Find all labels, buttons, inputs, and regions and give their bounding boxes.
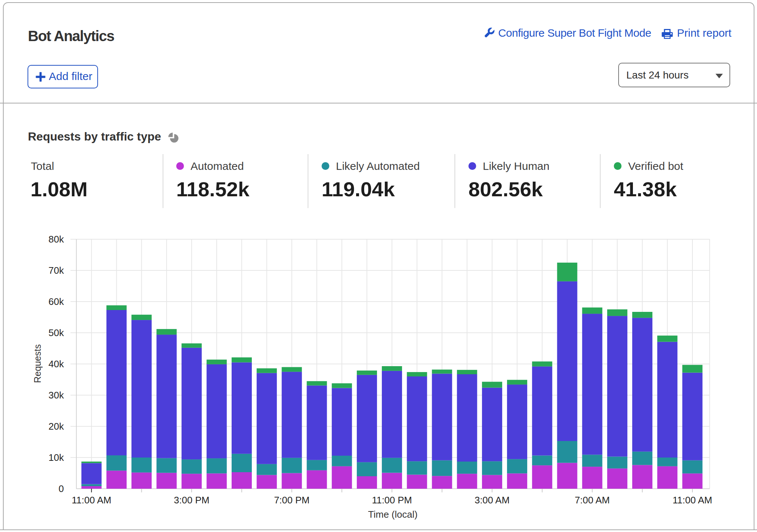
svg-text:Time (local): Time (local) [368,509,418,520]
svg-text:30k: 30k [48,390,64,401]
svg-text:7:00 AM: 7:00 AM [575,495,609,506]
svg-text:10k: 10k [48,452,64,463]
svg-text:60k: 60k [48,296,64,307]
svg-text:20k: 20k [48,421,64,432]
svg-text:70k: 70k [48,265,64,276]
svg-text:11:00 PM: 11:00 PM [372,495,412,506]
svg-text:3:00 PM: 3:00 PM [174,495,210,506]
svg-text:7:00 PM: 7:00 PM [274,495,309,506]
svg-text:3:00 AM: 3:00 AM [475,495,510,506]
svg-text:50k: 50k [48,327,64,338]
svg-text:11:00 AM: 11:00 AM [673,495,712,506]
svg-text:11:00 AM: 11:00 AM [72,495,111,506]
svg-text:40k: 40k [48,358,64,369]
svg-text:80k: 80k [48,234,64,245]
svg-text:0: 0 [59,483,64,494]
svg-text:Requests: Requests [32,344,43,383]
